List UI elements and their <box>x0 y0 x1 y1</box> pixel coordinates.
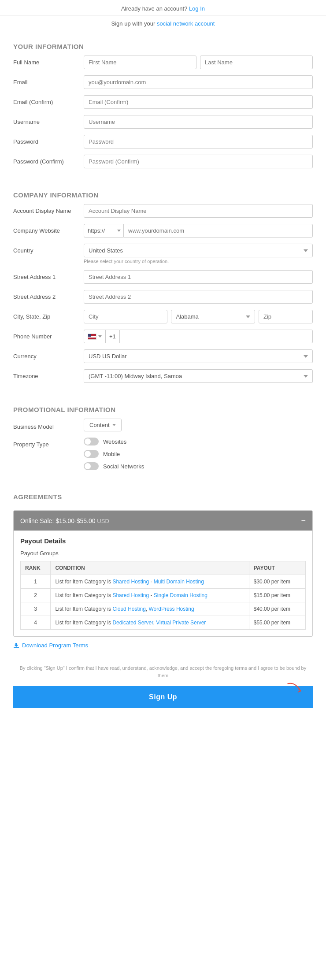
city-input[interactable] <box>84 310 167 323</box>
country-row: Country United States Canada United King… <box>13 244 313 264</box>
email-confirm-input[interactable] <box>84 95 313 109</box>
table-row: 1 List for Item Category is Shared Hosti… <box>21 575 306 589</box>
street-address-2-input[interactable] <box>84 290 313 304</box>
country-wrap: United States Canada United Kingdom Aust… <box>84 244 313 264</box>
company-website-row: Company Website https:// http:// <box>13 224 313 238</box>
business-model-wrap: Content <box>84 419 313 431</box>
social-signup-section: Sign up with your social network account <box>0 16 326 35</box>
street-address-1-wrap <box>84 270 313 284</box>
password-input[interactable] <box>84 135 313 148</box>
currency-label: Currency <box>13 349 84 360</box>
company-information-section: Account Display Name Company Website htt… <box>0 204 326 398</box>
download-terms-label: Download Program Terms <box>22 642 88 649</box>
email-input[interactable] <box>84 75 313 89</box>
payout-1: $30.00 per item <box>249 575 305 589</box>
payout-table: RANK CONDITION PAYOUT 1 List for Item Ca… <box>20 561 306 630</box>
dedicated-server-link[interactable]: Dedicated Server <box>112 620 153 626</box>
username-input[interactable] <box>84 115 313 129</box>
street-address-1-label: Street Address 1 <box>13 270 84 280</box>
account-display-name-input[interactable] <box>84 204 313 218</box>
payout-column-header: PAYOUT <box>249 561 305 575</box>
terms-notice: By clicking "Sign Up" I confirm that I h… <box>0 661 326 686</box>
table-row: 4 List for Item Category is Dedicated Se… <box>21 616 306 630</box>
currency-row: Currency USD US Dollar EUR Euro GBP Brit… <box>13 349 313 363</box>
websites-toggle[interactable] <box>84 438 99 445</box>
chevron-down-icon <box>112 424 116 426</box>
download-terms-link[interactable]: Download Program Terms <box>13 637 313 652</box>
payout-title: Payout Details <box>20 537 306 545</box>
table-row: 2 List for Item Category is Shared Hosti… <box>21 589 306 602</box>
arrow-icon <box>284 680 306 698</box>
mobile-toggle[interactable] <box>84 450 99 458</box>
business-model-button[interactable]: Content <box>84 419 122 431</box>
your-information-section: Full Name Email Email (Confirm) Username… <box>0 56 326 183</box>
rank-column-header: RANK <box>21 561 51 575</box>
country-label: Country <box>13 244 84 254</box>
already-account-text: Already have an account? <box>121 5 187 12</box>
website-input[interactable] <box>123 224 313 238</box>
social-network-link[interactable]: social network account <box>157 20 215 27</box>
currency-select[interactable]: USD US Dollar EUR Euro GBP British Pound <box>84 349 313 363</box>
property-type-row: Property Type Websites Mobile Social Net… <box>13 438 313 470</box>
password-confirm-input[interactable] <box>84 155 313 168</box>
first-name-input[interactable] <box>84 56 196 69</box>
signup-button[interactable]: Sign Up <box>13 686 313 708</box>
city-state-zip-wrap: Alabama Alaska Arizona California New Yo… <box>84 310 313 323</box>
social-networks-toggle[interactable] <box>84 462 99 470</box>
rank-2: 2 <box>21 589 51 602</box>
password-confirm-wrap <box>84 155 313 168</box>
timezone-select[interactable]: (GMT -11:00) Midway Island, Samoa (GMT -… <box>84 369 313 383</box>
street-address-1-row: Street Address 1 <box>13 270 313 284</box>
street-address-1-input[interactable] <box>84 270 313 284</box>
city-state-zip-row: City, State, Zip Alabama Alaska Arizona … <box>13 310 313 323</box>
phone-number-input[interactable] <box>119 330 313 343</box>
promotional-information-section: Business Model Content Property Type Web… <box>0 419 326 485</box>
multi-domain-link[interactable]: Multi Domain Hosting <box>154 579 204 585</box>
arrow-indicator <box>284 680 306 699</box>
business-model-value: Content <box>89 422 110 428</box>
phone-number-label: Phone Number <box>13 330 84 340</box>
zip-input[interactable] <box>259 310 313 323</box>
toggle-social-networks: Social Networks <box>84 462 313 470</box>
last-name-input[interactable] <box>200 56 313 69</box>
currency-wrap: USD US Dollar EUR Euro GBP British Pound <box>84 349 313 363</box>
login-link[interactable]: Log In <box>189 5 205 12</box>
password-wrap <box>84 135 313 148</box>
agreement-title: Online Sale: $15.00-$55.00 <box>20 517 95 524</box>
protocol-select[interactable]: https:// http:// <box>84 224 123 238</box>
condition-4: List for Item Category is Dedicated Serv… <box>51 616 249 630</box>
rank-1: 1 <box>21 575 51 589</box>
email-input-wrap <box>84 75 313 89</box>
shared-hosting-link-2[interactable]: Shared Hosting <box>112 592 149 598</box>
single-domain-link[interactable]: Single Domain Hosting <box>154 592 207 598</box>
property-type-wrap: Websites Mobile Social Networks <box>84 438 313 470</box>
agreement-scroll-area[interactable]: Payout Details Payout Groups RANK CONDIT… <box>14 531 312 636</box>
email-label: Email <box>13 75 84 85</box>
cloud-hosting-link[interactable]: Cloud Hosting <box>112 606 145 612</box>
payout-groups-label: Payout Groups <box>20 550 306 557</box>
street-address-2-label: Street Address 2 <box>13 290 84 300</box>
toggle-websites: Websites <box>84 438 313 445</box>
account-display-name-row: Account Display Name <box>13 204 313 218</box>
toggle-mobile: Mobile <box>84 450 313 458</box>
timezone-label: Timezone <box>13 369 84 379</box>
flag-select[interactable] <box>84 330 105 343</box>
social-signup-text: Sign up with your <box>111 20 156 27</box>
company-website-label: Company Website <box>13 224 84 234</box>
download-icon <box>13 642 19 649</box>
state-select[interactable]: Alabama Alaska Arizona California New Yo… <box>171 310 255 323</box>
phone-number-row: Phone Number +1 <box>13 330 313 343</box>
vps-link[interactable]: Virtual Private Server <box>156 620 206 626</box>
wordpress-hosting-link[interactable]: WordPress Hosting <box>148 606 194 612</box>
full-name-label: Full Name <box>13 56 84 66</box>
signup-btn-wrap: Sign Up <box>0 686 326 721</box>
shared-hosting-link-1[interactable]: Shared Hosting <box>112 579 149 585</box>
collapse-icon[interactable]: − <box>301 516 306 525</box>
toggle-list: Websites Mobile Social Networks <box>84 438 313 470</box>
account-display-name-wrap <box>84 204 313 218</box>
password-label: Password <box>13 135 84 145</box>
condition-2: List for Item Category is Shared Hosting… <box>51 589 249 602</box>
country-select[interactable]: United States Canada United Kingdom Aust… <box>84 244 313 257</box>
agreement-box: Online Sale: $15.00-$55.00 USD − Payout … <box>13 510 313 637</box>
timezone-row: Timezone (GMT -11:00) Midway Island, Sam… <box>13 369 313 383</box>
